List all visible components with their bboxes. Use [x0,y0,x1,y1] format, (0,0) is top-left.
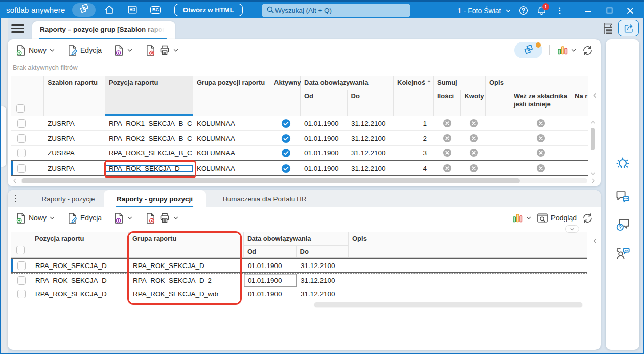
row-checkbox[interactable] [17,290,26,298]
check-circle-icon [281,164,291,173]
refresh-button[interactable] [582,45,593,56]
new-button[interactable]: Nowy [16,45,55,56]
home-button[interactable] [100,2,119,17]
cell-ilosci [434,134,461,143]
collapse-columns-button[interactable] [592,238,599,246]
new-button[interactable]: Nowy [16,212,55,224]
column-header-wez[interactable]: Weź ze składnika jeśli istnieje [510,90,571,116]
notifications-button[interactable]: 1 [533,3,549,18]
hamburger-menu-button[interactable] [11,24,24,35]
row-checkbox[interactable] [17,261,26,270]
workspace-tab[interactable]: Raporty – pozycje grup [Szablon rapor [32,21,175,39]
column-header-kolejnosc[interactable]: Kolejnoś [394,76,434,116]
help-button[interactable] [515,3,531,18]
edit-button[interactable]: Edycja [67,45,102,56]
minimize-button[interactable] [578,3,597,18]
bc-button[interactable]: BC [146,2,165,17]
open-in-html-button[interactable]: Otwórz w HTML [174,4,243,16]
community-chat-button[interactable] [613,244,632,263]
column-header-od[interactable]: Od [301,90,348,116]
suggestions-button[interactable] [613,155,632,174]
column-header-szablon[interactable]: Szablon raportu [44,76,105,116]
more-menu-button[interactable] [551,3,568,18]
company-selector[interactable]: 1 - Foto Świat [457,2,511,19]
workspaces-button[interactable] [72,3,96,17]
collapse-panel-button[interactable] [565,225,579,233]
edit-button[interactable]: Edycja [67,212,102,224]
scrollbar-thumb[interactable] [314,302,582,307]
select-all-checkbox[interactable] [16,246,25,254]
chart-button[interactable] [557,45,577,56]
print-button[interactable] [159,45,179,56]
select-all-checkbox[interactable] [16,104,25,113]
tab-raporty-pozycje[interactable]: Raporty - pozycje [30,190,106,207]
table-row[interactable]: RPA_ROK_SEKCJA_D RPA_ROK_SEKCJA_D_wdr 01… [11,287,587,301]
delete-button[interactable] [145,212,156,224]
column-header-od[interactable]: Od [244,246,297,257]
news-button[interactable] [123,2,142,17]
share-button[interactable] [618,20,639,36]
scroll-down-icon [590,170,596,177]
column-header-opis[interactable]: Opis Weź ze składnika jeśli istnieje Na … [486,76,588,116]
search-input[interactable] [275,7,396,14]
delete-button[interactable] [145,45,156,56]
chart-button[interactable] [512,212,532,224]
row-checkbox[interactable] [17,149,26,157]
drag-handle-icon[interactable] [15,195,16,202]
feedback-chat-button[interactable] [613,187,632,206]
cell-grupa: KOLUMNAA [193,165,270,172]
column-header-nar[interactable]: Na r [571,90,588,116]
refresh-button[interactable] [582,212,593,224]
horizontal-scrollbar[interactable] [12,177,596,184]
column-header-pozycja[interactable]: Pozycja raportu [31,232,129,257]
cell-opis [349,274,585,287]
scrollbar-thumb[interactable] [591,128,595,150]
table-row-selected[interactable]: RPA_ROK_SEKCJA_D RPA_ROK_SEKCJA_D 01.01.… [11,258,587,273]
row-checkbox[interactable] [17,134,26,143]
x-circle-icon [536,164,545,173]
column-header-do[interactable]: Do [348,90,394,116]
column-header-pozycja[interactable]: Pozycja raportu [105,76,193,116]
left-panel-handle[interactable] [1,106,6,167]
column-header-aktywny[interactable]: Aktywny [270,76,301,116]
column-header-data[interactable]: Data obowiązywania Od Do [244,232,349,257]
select-all-column [11,76,31,116]
column-header-opis[interactable]: Opis [349,232,585,257]
column-header-ilosci[interactable]: Ilości [434,90,461,116]
table-row[interactable]: ZUSRPA RPA_ROK1_SEKCJA_B_C KOLUMNAA 01.0… [11,116,588,131]
chat-bubbles-icon [615,190,630,204]
workspace-variants-button[interactable] [514,42,542,58]
column-header-kwoty[interactable]: Kwoty [461,90,485,116]
sort-asc-icon [426,79,432,87]
column-header-do[interactable]: Do [297,246,349,257]
info-button[interactable] [114,212,133,224]
global-search[interactable] [262,4,410,17]
x-circle-icon [443,134,452,143]
scrollbar-thumb[interactable] [22,178,520,183]
title-bar: softlab anywhere BC Otwórz w HTML 1 - Fo… [0,0,644,18]
vertical-scrollbar[interactable] [590,119,596,177]
tab-tlumaczenia-portal-hr[interactable]: Tłumaczenia dla Portalu HR [212,190,316,207]
tab-raporty-grupy-pozycji[interactable]: Raporty - grupy pozycji [104,190,206,207]
column-header-grupa[interactable]: Grupa raportu [129,232,244,257]
row-checkbox[interactable] [17,276,26,285]
column-header-data[interactable]: Data obowiązywania Od Do [301,76,394,116]
column-header-grupa[interactable]: Grupa pozycji raportu [193,76,270,116]
table-row[interactable]: RPA_ROK_SEKCJA_D RPA_ROK_SEKCJA_D_2 01.0… [11,273,587,287]
table-row-selected[interactable]: ZUSRPA RPA_ROK_SEKCJA_D KOLUMNAA 01.01.1… [11,160,588,176]
chevron-down-icon [49,47,55,53]
row-checkbox[interactable] [17,119,26,128]
row-checkbox[interactable] [17,164,26,173]
structure-flag-button[interactable] [601,22,616,36]
collapse-columns-button[interactable] [592,92,599,100]
cell-opis [349,259,585,272]
close-button[interactable] [621,3,640,18]
table-row[interactable]: ZUSRPA RPA_ROK2_SEKCJA_B_C KOLUMNAA 01.0… [11,131,588,146]
info-button[interactable] [114,45,133,56]
table-row[interactable]: ZUSRPA RPA_ROK3_SEKCJA_B_C KOLUMNAA 01.0… [11,146,588,160]
print-button[interactable] [159,212,179,224]
maximize-button[interactable] [600,3,619,18]
preview-button[interactable]: Podgląd [537,213,577,224]
help-chat-button[interactable]: ? [613,215,632,235]
column-header-sumuj[interactable]: Sumuj Ilości Kwoty [434,76,486,116]
